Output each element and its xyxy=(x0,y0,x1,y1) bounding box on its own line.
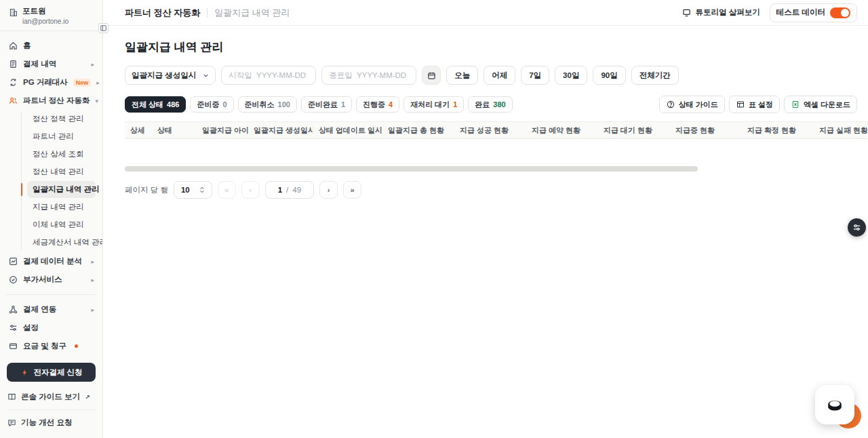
topbar: 파트너 정산 자동화 일괄지급 내역 관리 튜토리얼 살펴보기 테스트 데이터 xyxy=(103,0,868,26)
test-data-toggle[interactable] xyxy=(830,7,850,18)
horizontal-scrollbar xyxy=(125,166,867,172)
quick-range-button[interactable]: 전체기간 xyxy=(631,66,679,85)
sidebar-subitem[interactable]: 이체 내역 관리 xyxy=(27,216,96,233)
next-page-button[interactable]: › xyxy=(319,181,338,199)
sidebar-item[interactable]: PG 거래대사New▸ xyxy=(4,73,98,92)
sidebar-item-label: 결제 내역 xyxy=(23,59,56,69)
sidebar-submenu: 정산 정책 관리파트너 관리정산 상세 조회정산 내역 관리일괄지급 내역 관리… xyxy=(4,111,98,251)
sidebar-subitem[interactable]: 정산 정책 관리 xyxy=(27,111,96,127)
column-header: 상세 xyxy=(125,125,152,136)
date-field-select[interactable]: 일괄지급 생성일시 xyxy=(125,66,216,85)
addon-icon xyxy=(8,275,18,285)
new-badge: New xyxy=(73,79,92,87)
first-page-button[interactable]: « xyxy=(218,181,236,199)
table-header-row: 상세상태일괄지급 아이디일괄지급 생성일시상태 업데이트 일시일괄지급 총 현황… xyxy=(125,121,867,139)
rows-per-page-label: 페이지 당 행 xyxy=(125,185,168,195)
tutorial-button[interactable]: 튜토리얼 살펴보기 xyxy=(682,7,760,18)
status-tab[interactable]: 준비취소100 xyxy=(238,96,297,113)
last-page-button[interactable]: » xyxy=(343,181,361,199)
account-name: 포트원 xyxy=(22,6,68,16)
sidebar-item[interactable]: 요금 및 청구 xyxy=(4,337,98,355)
status-count: 380 xyxy=(493,100,505,108)
sidebar-item[interactable]: 결제 데이터 분석▸ xyxy=(4,252,98,271)
status-count: 1 xyxy=(341,100,345,108)
sidebar-item[interactable]: 설정 xyxy=(4,319,98,337)
status-guide-button[interactable]: 상태 가이드 xyxy=(659,96,725,113)
sidebar: 포트원 ian@portone.io 홈결제 내역▸PG 거래대사New▸파트너… xyxy=(0,0,103,438)
status-tab[interactable]: 완료380 xyxy=(468,96,512,113)
prev-page-button[interactable]: ‹ xyxy=(241,181,260,199)
chevron-right-icon: ▸ xyxy=(91,306,94,313)
column-header: 상태 업데이트 일시 xyxy=(313,125,382,136)
status-count: 0 xyxy=(222,100,226,108)
chart-icon xyxy=(8,257,18,266)
calendar-button[interactable] xyxy=(422,66,441,85)
quick-range-button[interactable]: 30일 xyxy=(555,66,587,85)
status-count: 4 xyxy=(389,100,393,108)
status-tabs-row: 전체 상태486준비중0준비취소100준비완료1진행중4재처리 대기1완료380… xyxy=(125,96,868,113)
console-guide-link[interactable]: 콘솔 가이드 보기 ↗ xyxy=(7,389,96,405)
column-header: 일괄지급 총 현황 xyxy=(382,125,454,136)
integration-icon xyxy=(8,305,18,315)
sidebar-item[interactable]: 결제 연동▸ xyxy=(4,300,98,319)
sidebar-item-label: 결제 데이터 분석 xyxy=(23,256,82,266)
test-data-toggle-pill[interactable]: 테스트 데이터 xyxy=(770,3,857,22)
guide-book-icon xyxy=(7,393,16,402)
status-count: 100 xyxy=(278,100,290,108)
sidebar-bottom: 전자결제 신청 콘솔 가이드 보기 ↗ 기능 개선 요청 xyxy=(0,363,102,438)
status-tab[interactable]: 준비중0 xyxy=(190,96,233,113)
breadcrumb-section[interactable]: 파트너 정산 자동화 xyxy=(125,7,200,19)
sidebar-subitem[interactable]: 세금계산서 내역 관리 xyxy=(27,234,96,251)
status-tab[interactable]: 진행중4 xyxy=(356,96,399,113)
column-header: 일괄지급 생성일시 xyxy=(248,125,313,136)
sidebar-item[interactable]: 부가서비스▸ xyxy=(4,271,98,289)
sidebar-item-label: 홈 xyxy=(23,41,31,51)
app-root: 포트원 ian@portone.io 홈결제 내역▸PG 거래대사New▸파트너… xyxy=(0,0,868,438)
sidebar-subitem[interactable]: 일괄지급 내역 관리 xyxy=(27,181,96,198)
channel-talk-icon xyxy=(823,393,846,416)
quick-range-button[interactable]: 90일 xyxy=(593,66,625,85)
column-header: 지급 대기 현황 xyxy=(598,125,670,136)
divider xyxy=(7,410,96,410)
sidebar-subitem[interactable]: 정산 내역 관리 xyxy=(27,163,96,180)
filter-row: 일괄지급 생성일시 오늘어제7일30일90일전체기간 xyxy=(125,66,868,85)
end-date-input[interactable] xyxy=(321,66,416,85)
quick-range-button[interactable]: 오늘 xyxy=(446,66,478,85)
sidebar-subitem[interactable]: 지급 내역 관리 xyxy=(27,199,96,216)
chevron-right-icon: ▸ xyxy=(96,79,100,86)
status-tab[interactable]: 재처리 대기1 xyxy=(403,96,464,113)
page-indicator[interactable]: 1 / 49 xyxy=(265,181,314,199)
chat-widget-button[interactable] xyxy=(815,385,854,424)
sidebar-subitem[interactable]: 파트너 관리 xyxy=(27,128,96,145)
quick-range-buttons: 오늘어제7일30일90일전체기간 xyxy=(446,66,679,85)
sidebar-collapse-button[interactable] xyxy=(98,23,108,33)
feature-request-link[interactable]: 기능 개선 요청 xyxy=(7,414,96,431)
status-tab[interactable]: 준비완료1 xyxy=(301,96,352,113)
divider xyxy=(5,294,97,295)
quick-range-button[interactable]: 7일 xyxy=(521,66,549,85)
quick-range-button[interactable]: 어제 xyxy=(484,66,515,85)
sidebar-subitem[interactable]: 정산 상세 조회 xyxy=(27,146,96,163)
breadcrumb-divider xyxy=(207,8,208,18)
partners-icon xyxy=(8,96,18,106)
page-size-select[interactable]: 10 xyxy=(174,181,212,199)
sidebar-item[interactable]: 홈 xyxy=(4,37,98,55)
reconcile-icon xyxy=(8,78,18,87)
pagination: 페이지 당 행 10 « ‹ 1 / 49 › » xyxy=(125,181,868,199)
table-actions: 상태 가이드표 설정엑셀 다운로드 xyxy=(659,96,857,113)
breadcrumb-page: 일괄지급 내역 관리 xyxy=(214,7,290,19)
excel-download-button[interactable]: 엑셀 다운로드 xyxy=(784,96,857,113)
sidebar-item[interactable]: 파트너 정산 자동화▾ xyxy=(4,92,98,110)
floating-filter-button[interactable] xyxy=(848,218,866,237)
bulk-payout-table: 상세상태일괄지급 아이디일괄지급 생성일시상태 업데이트 일시일괄지급 총 현황… xyxy=(125,121,867,139)
tutorial-book-icon xyxy=(682,8,692,18)
start-date-input[interactable] xyxy=(221,66,316,85)
scrollbar-thumb[interactable] xyxy=(125,166,698,172)
table-settings-button[interactable]: 표 설정 xyxy=(729,96,780,113)
feedback-icon xyxy=(7,418,16,428)
status-tab[interactable]: 전체 상태486 xyxy=(125,96,186,113)
epay-apply-button[interactable]: 전자결제 신청 xyxy=(7,363,96,382)
column-header: 지급 실패 현황 xyxy=(814,125,867,136)
sidebar-item[interactable]: 결제 내역▸ xyxy=(4,55,98,73)
account-switcher[interactable]: 포트원 ian@portone.io xyxy=(0,0,102,31)
